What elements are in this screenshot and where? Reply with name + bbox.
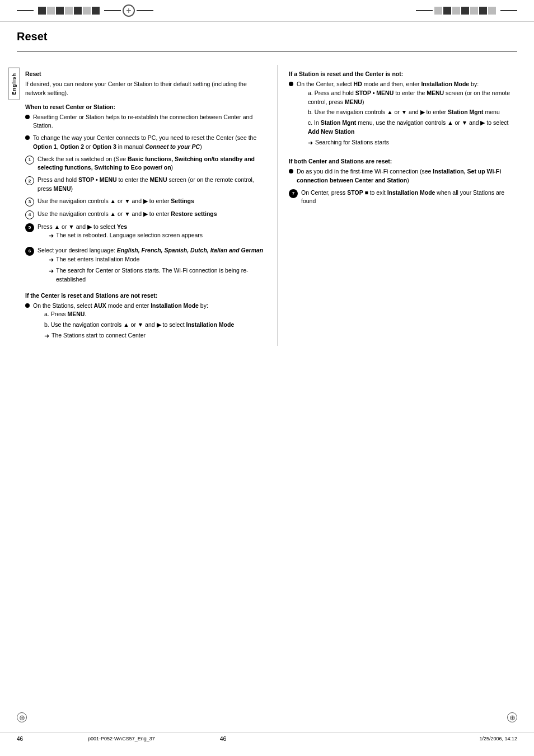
arrow-5a: ➜ The set is rebooted. Language selectio… [49, 231, 266, 241]
right-column: If a Station is reset and the Center is … [277, 65, 518, 346]
checker-pattern-right [434, 7, 496, 15]
if-station-title: If a Station is reset and the Center is … [289, 71, 518, 77]
csub-a-bold: MENU [67, 311, 85, 317]
if-both-title: If both Center and Stations are reset: [289, 158, 518, 165]
both-bullet-text-1: Do as you did in the first-time Wi-Fi co… [297, 167, 518, 185]
arrow-sym-5a: ➜ [49, 231, 54, 241]
checker-sq-r4 [461, 7, 469, 15]
bullet2-mid3: in manual [116, 143, 145, 150]
footer-date: 1/25/2006, 14:12 [479, 736, 517, 741]
num6-bold: English, French, Spanish, Dutch, Italian… [117, 247, 263, 253]
ssub-c-pre: c. In [308, 119, 321, 126]
arrow-text-6a: The set enters Installation Mode [56, 255, 266, 264]
num2-bold2: MENU [150, 176, 167, 183]
intro-text: If desired, you can restore your Center … [25, 80, 266, 98]
num-text-1: Check the set is switched on (See Basic … [38, 155, 266, 173]
checker-sq-3 [56, 7, 64, 15]
bullet2-connect: Connect to your PC [145, 143, 200, 150]
num-item-5: 5 Press ▲ or ▼ and ▶ to select Yes ➜ The… [25, 223, 266, 243]
bullet-dot-1 [25, 115, 30, 119]
num-text-5: Press ▲ or ▼ and ▶ to select Yes ➜ The s… [38, 223, 266, 243]
bullet2-option3: Option 3 [92, 143, 116, 150]
checker-sq-r2 [443, 7, 451, 15]
csub-b-pre: b. Use the navigation controls ▲ or ▼ an… [44, 321, 186, 328]
center-arrow-text: The Stations start to connect Center [51, 331, 266, 340]
num1-end: ) [171, 164, 174, 171]
num5-pre: Press ▲ or ▼ and ▶ to select [38, 223, 117, 230]
bullet2-pre: To change the way your Center connects t… [33, 134, 256, 141]
ssub-b-pre: b. Use the navigation controls ▲ or ▼ an… [308, 109, 448, 115]
bullet-dot-2 [25, 135, 30, 140]
bn2-bold: STOP ■ [347, 189, 368, 196]
bn2-mid: to exit [368, 189, 387, 196]
title-rule [17, 51, 517, 52]
arrow-6a: ➜ The set enters Installation Mode [49, 255, 266, 265]
bottom-crosshair-right: ⊕ [507, 712, 517, 722]
sb1-pre: On the Center, select [297, 81, 354, 87]
bullet1-text: Resetting Center or Station helps to re-… [33, 114, 252, 129]
content-area: English Reset If desired, you can restor… [0, 57, 534, 354]
num-circle-4: 4 [25, 210, 34, 219]
bullet-text-2: To change the way your Center connects t… [33, 134, 266, 152]
cb1-bold: AUX [94, 302, 106, 309]
top-line-left [17, 10, 34, 11]
checker-sq-6 [83, 7, 91, 15]
num-text-4: Use the navigation controls ▲ or ▼ and ▶… [38, 210, 266, 219]
num-item-4: 4 Use the navigation controls ▲ or ▼ and… [25, 210, 266, 219]
page-title-area: Reset [0, 22, 534, 52]
both-bullet-dot-1 [289, 169, 293, 173]
station-bullet-text-1: On the Center, select HD mode and then, … [297, 80, 518, 149]
cb1-by: by: [199, 302, 208, 309]
checker-sq-5 [74, 7, 82, 15]
arrow-6b: ➜ The search for Center or Stations star… [49, 266, 266, 284]
center-arrow-sym: ➜ [44, 331, 49, 341]
num6-pre: Select your desired language: [38, 247, 117, 253]
checker-sq-r1 [434, 7, 442, 15]
page-number: 46 [17, 736, 23, 742]
both-num-text-2: On Center, press STOP ■ to exit Installa… [301, 189, 518, 206]
num2-bold1: STOP • MENU [78, 176, 117, 183]
num3-pre: Use the navigation controls ▲ or ▼ and ▶… [38, 198, 171, 204]
arrow-sym-6b: ➜ [49, 266, 54, 276]
bullet-item-2: To change the way your Center connects t… [25, 134, 266, 152]
sb1-mid: mode and then, enter [362, 81, 421, 87]
cb1-pre: On the Stations, select [33, 302, 94, 309]
crosshair-right-bottom: ⊕ [507, 712, 517, 722]
num2-menu: MENU [54, 185, 71, 192]
if-center-title: If the Center is reset and Stations are … [25, 292, 266, 299]
top-line-r2 [500, 10, 517, 11]
num-circle-6: 6 [25, 247, 34, 256]
top-line-right-left [104, 10, 121, 11]
num4-bold: Restore settings [171, 210, 217, 217]
num2-close: ) [71, 185, 73, 192]
checker-sq-1 [38, 7, 46, 15]
num-text-2: Press and hold STOP • MENU to enter the … [38, 176, 266, 194]
ssub-a-pre: a. Press and hold [308, 90, 355, 96]
station-sub-b: b. Use the navigation controls ▲ or ▼ an… [308, 108, 518, 117]
center-sub-b: b. Use the navigation controls ▲ or ▼ an… [44, 321, 266, 330]
footer-filename: p001-P052-WACS57_Eng_37 [88, 736, 155, 741]
num-item-6: 6 Select your desired language: English,… [25, 246, 266, 287]
num3-bold: Settings [171, 198, 194, 204]
footer-page-num: 46 [220, 735, 227, 742]
bullet-item-1: Resetting Center or Station helps to re-… [25, 113, 266, 131]
center-bullet-1: On the Stations, select AUX mode and ent… [25, 302, 266, 343]
cb1-end: mode and enter [106, 302, 151, 309]
num-circle-1: 1 [25, 156, 34, 165]
ssub-a-menu: MENU [345, 98, 362, 105]
checker-sq-2 [47, 7, 55, 15]
checker-sq-4 [65, 7, 73, 15]
csub-a-pre: a. Press [44, 311, 67, 317]
center-arrow: ➜ The Stations start to connect Center [44, 331, 266, 341]
num2-pre: Press and hold [38, 176, 78, 183]
arrow-text-5a: The set is rebooted. Language selection … [56, 231, 266, 240]
num-text-3: Use the navigation controls ▲ or ▼ and ▶… [38, 197, 266, 206]
num-circle-5: 5 [25, 223, 34, 232]
bullet2-mid2: or [84, 143, 92, 150]
page-title: Reset [17, 27, 517, 43]
station-bullet-1: On the Center, select HD mode and then, … [289, 80, 518, 149]
station-arrow: ➜ Searching for Stations starts [308, 138, 518, 148]
bb1-end: ) [407, 177, 409, 184]
ssub-a-mid: to enter the [394, 90, 427, 96]
left-column: Reset If desired, you can restore your C… [25, 65, 266, 346]
